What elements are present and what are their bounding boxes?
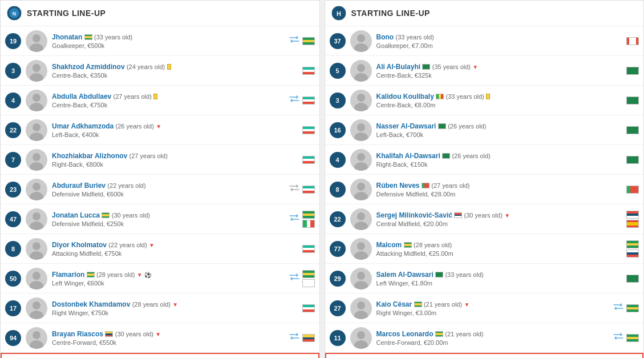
player-name[interactable]: Ali Al-Bulayhi (35 years old) ▼ [376, 63, 622, 71]
player-number: 7 [5, 152, 21, 168]
red-arrow-icon: ▼ [149, 242, 155, 248]
player-position: Goalkeeper, €500k [52, 42, 284, 49]
player-number: 23 [5, 182, 21, 198]
svg-point-41 [357, 242, 365, 250]
player-icons [298, 156, 315, 164]
player-position: Defensive Midfield, €28.00m [376, 191, 622, 198]
player-number: 29 [330, 271, 346, 287]
right-team-title: STARTING LINE-UP [351, 9, 430, 18]
flag-uzb-icon [302, 67, 315, 75]
player-photo [26, 60, 47, 82]
player-icons [284, 211, 315, 228]
svg-point-10 [30, 132, 43, 141]
player-info: Flamarion (28 years old) ▼ ⚽Left Winger,… [52, 271, 284, 287]
player-position: Centre-Forward, €550k [52, 339, 284, 346]
player-photo [26, 179, 47, 200]
player-flags [626, 211, 639, 228]
player-name[interactable]: Flamarion (28 years old) ▼ ⚽ [52, 271, 284, 279]
player-photo [26, 149, 47, 171]
player-info: Nasser Al-Dawsari (26 years old)Left-Bac… [376, 122, 622, 138]
player-flags [302, 270, 315, 287]
player-flags [302, 67, 315, 75]
svg-point-40 [354, 222, 368, 230]
player-icons [284, 95, 315, 106]
player-name[interactable]: Diyor Kholmatov (22 years old) ▼ [52, 241, 298, 249]
player-name[interactable]: Shakhzod Azmiddinov (24 years old) [52, 63, 298, 71]
player-icons [622, 126, 639, 134]
player-position: Left Winger, €600k [52, 280, 284, 287]
red-arrow-icon: ▼ [504, 212, 510, 219]
player-row: 3Shakhzod Azmiddinov (24 years old) Cent… [1, 56, 319, 86]
player-info: Diyor Kholmatov (22 years old) ▼Attackin… [52, 241, 298, 257]
svg-point-45 [357, 301, 365, 309]
svg-point-6 [30, 73, 43, 82]
player-number: 22 [330, 211, 346, 227]
ball-icon: ⚽ [144, 272, 151, 278]
svg-point-22 [30, 311, 43, 319]
player-name[interactable]: Abdulla Abdullaev (27 years old) [52, 92, 284, 100]
player-info: Bono (33 years old)Goalkeeper, €7.00m [376, 33, 622, 49]
player-name[interactable]: Kaio César (21 years old) ▼ [376, 300, 609, 308]
player-photo [350, 297, 372, 319]
svg-point-3 [33, 34, 40, 42]
player-flags [626, 304, 639, 312]
player-position: Centre-Back, €750k [52, 102, 284, 108]
player-position: Right-Back, €800k [52, 161, 298, 168]
player-name[interactable]: Kalidou Koulibaly (33 years old) [376, 92, 622, 100]
player-name[interactable]: Sergej Milinković-Savić (30 years old) ▼ [376, 211, 622, 219]
player-info: Malcom (28 years old)Attacking Midfield,… [376, 241, 622, 257]
panel-divider [320, 0, 325, 358]
player-info: Kaio César (21 years old) ▼Right Winger,… [376, 300, 609, 316]
player-name[interactable]: Rúben Neves (27 years old) [376, 182, 622, 190]
svg-point-23 [33, 331, 40, 339]
player-name[interactable]: Malcom (28 years old) [376, 241, 622, 249]
player-name[interactable]: Khalifah Al-Dawsari (26 years old) [376, 152, 622, 160]
player-info: Dostonbek Khamdamov (28 years old) ▼Righ… [52, 300, 298, 316]
player-flags [302, 156, 315, 164]
player-flags [302, 211, 315, 228]
player-flags [626, 240, 639, 258]
player-info: Ali Al-Bulayhi (35 years old) ▼Centre-Ba… [376, 63, 622, 79]
player-icons [622, 96, 639, 104]
player-name[interactable]: Jonatan Lucca (30 years old) [52, 211, 284, 219]
flag-uzb-icon [302, 126, 315, 134]
player-name[interactable]: Nasser Al-Dawsari (26 years old) [376, 122, 622, 130]
svg-text:N: N [13, 11, 17, 17]
player-flags [302, 96, 315, 104]
player-flags [626, 67, 639, 75]
svg-point-17 [33, 242, 40, 250]
player-position: Right Winger, €3.00m [376, 309, 609, 316]
player-number: 19 [5, 33, 21, 49]
player-name[interactable]: Khozhiakbar Alizhonov (27 years old) [52, 152, 298, 160]
player-name[interactable]: Umar Adkhamzoda (26 years old) ▼ [52, 122, 298, 130]
svg-text:H: H [337, 10, 341, 17]
svg-point-7 [33, 94, 40, 102]
player-name[interactable]: Marcos Leonardo (21 years old) [376, 330, 609, 338]
player-name[interactable]: Bono (33 years old) [376, 33, 622, 41]
player-name[interactable]: Abdurauf Buriev (22 years old) [52, 182, 284, 190]
player-number: 11 [330, 330, 346, 346]
player-name[interactable]: Jhonatan (33 years old) [52, 33, 284, 41]
svg-point-35 [357, 153, 365, 161]
player-position: Goalkeeper, €7.00m [376, 42, 622, 49]
svg-point-15 [33, 212, 40, 220]
flag-sau-icon [626, 126, 639, 134]
svg-point-39 [357, 212, 365, 220]
svg-point-42 [354, 251, 368, 260]
player-photo [26, 90, 47, 111]
player-name[interactable]: Salem Al-Dawsari (33 years old) [376, 271, 622, 279]
player-icons [608, 303, 639, 313]
player-photo [350, 149, 372, 171]
player-name[interactable]: Dostonbek Khamdamov (28 years old) ▼ [52, 300, 298, 308]
svg-point-31 [357, 94, 365, 102]
player-photo [350, 60, 372, 82]
player-info: Abdulla Abdullaev (27 years old) Centre-… [52, 92, 284, 108]
player-number: 4 [330, 152, 346, 168]
player-number: 8 [330, 182, 346, 198]
player-position: Left-Back, €400k [52, 131, 298, 138]
left-footer: Foreigners: 4 (36.4%) Avg. age: 27.7 Pur… [1, 353, 319, 358]
player-icons [298, 245, 315, 253]
player-position: Attacking Midfield, €25.00m [376, 250, 622, 257]
player-name[interactable]: Brayan Riascos (30 years old) ▼ [52, 330, 284, 338]
player-number: 94 [5, 330, 21, 346]
